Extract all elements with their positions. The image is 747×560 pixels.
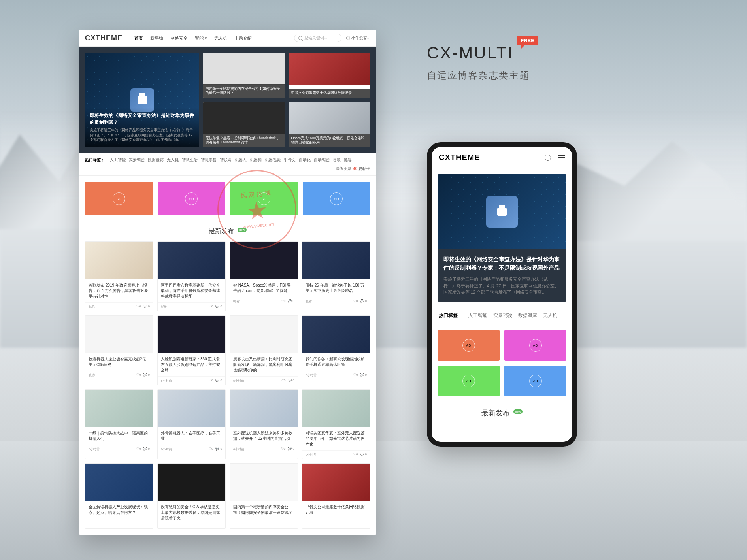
ads-row: AD AD AD AD bbox=[79, 176, 376, 221]
post-card[interactable]: 阿里巴巴发布数字基建新一代安全架构，首席采用将钱盾和安全基建将成数字经济标配 昵… bbox=[157, 241, 226, 311]
post-image bbox=[158, 464, 225, 501]
post-likes[interactable]: ♡0 bbox=[353, 453, 358, 457]
post-card[interactable]: 人脸识别赛道新玩家：360 正式发布五款人脸识别终端产品，主打安全牌 5小时前 … bbox=[157, 315, 226, 385]
tag-item[interactable]: 自动驾驶 bbox=[314, 157, 330, 163]
tag-item[interactable]: 黑客 bbox=[344, 157, 352, 163]
post-card[interactable]: 室外配送机器人没法来路和多路数据，就先开了 12小时的直播活动 6小时前 ♡0💬… bbox=[230, 389, 298, 459]
post-card[interactable]: 物流机器人企业极智嘉完成超2亿美元C轮融资 昵称 ♡0💬 0 bbox=[85, 315, 153, 385]
post-comments[interactable]: 💬 0 bbox=[215, 379, 222, 383]
posts-count: 最近更新 40 篇帖子 bbox=[336, 166, 370, 172]
post-comments[interactable]: 💬 0 bbox=[288, 379, 294, 383]
post-card[interactable]: 黑客攻击又出新招！比利时研究团队新发现：新漏洞，黑客利用风扇也能窃取你的... … bbox=[230, 315, 298, 385]
mobile-ad-4[interactable]: AD bbox=[504, 366, 566, 396]
post-card[interactable]: 对话美团夏华夏：室外无人配送落地要用五年、激光雷达芯片或将国产化 6小时前 ♡0… bbox=[302, 389, 370, 459]
post-comments[interactable]: 💬 0 bbox=[143, 305, 150, 309]
hero-side-3[interactable]: 无法修复？黑客 5 分钟即可破解 Thunderbolt，所有装有 Thunde… bbox=[203, 102, 285, 147]
post-comments[interactable]: 💬 0 bbox=[360, 299, 367, 304]
post-card[interactable]: 一线｜疫情防控大战中，隔离区的机器人们 6小时前 ♡0💬 0 bbox=[85, 389, 153, 459]
post-image bbox=[85, 390, 153, 427]
post-likes[interactable]: ♡0 bbox=[209, 305, 213, 309]
post-meta: 昵称 ♡0💬 0 bbox=[230, 297, 298, 305]
mobile-tag[interactable]: 数据泄露 bbox=[518, 312, 537, 319]
post-card[interactable]: 僵持 26 年后，微软终于以 160 万美元买下历史上最危险域名 昵称 ♡0💬 … bbox=[302, 241, 370, 311]
post-comments[interactable]: 💬 0 bbox=[288, 299, 294, 304]
post-comments[interactable]: 💬 0 bbox=[360, 373, 367, 377]
post-comments[interactable]: 💬 0 bbox=[143, 373, 150, 377]
post-title: 没有绝对的安全！CIA 承认遭遇史上最大规模数据丢窃，原因是自家后院着了火 bbox=[158, 501, 225, 524]
tag-item[interactable]: 智联网 bbox=[220, 157, 232, 163]
post-comments[interactable]: 💬 0 bbox=[143, 447, 150, 451]
post-author: 昵称 bbox=[89, 305, 95, 309]
logo[interactable]: CXTHEME bbox=[85, 34, 123, 42]
post-comments[interactable]: 💬 0 bbox=[288, 447, 294, 451]
post-card[interactable]: 被 NASA、SpaceX 禁用，FBI 警告的 Zoom，究竟哪里出了问题 昵… bbox=[230, 241, 298, 311]
tag-item[interactable]: 谷歌 bbox=[333, 157, 341, 163]
ad-box-4[interactable]: AD bbox=[303, 182, 371, 215]
ad-box-2[interactable]: AD bbox=[158, 182, 226, 215]
tag-item[interactable]: 机器视觉 bbox=[265, 157, 281, 163]
mobile-tag[interactable]: 实景驾驶 bbox=[493, 312, 512, 319]
post-likes[interactable]: ♡0 bbox=[209, 379, 213, 383]
hero-side-1[interactable]: 国内第一个吃螃蟹的内存安全公司！如何做安全的最后一道防线？ bbox=[203, 53, 285, 98]
post-likes[interactable]: ♡0 bbox=[136, 373, 141, 377]
post-card[interactable]: 我们问你答！新研究发现假指纹解锁手机通过率高达80% 5小时前 ♡0💬 0 bbox=[302, 315, 370, 385]
tag-item[interactable]: 数据泄露 bbox=[148, 157, 164, 163]
post-likes[interactable]: ♡0 bbox=[281, 299, 285, 304]
mobile-ad-3[interactable]: AD bbox=[438, 366, 500, 396]
nav-drone[interactable]: 无人机 bbox=[214, 35, 227, 41]
nav-theme[interactable]: 主题介绍 bbox=[234, 35, 252, 41]
section-title: 最新发布 new bbox=[79, 221, 376, 241]
mobile-hero[interactable]: 即将生效的《网络安全审查办法》是针对华为事件的反制利器？专家：不是限制或歧视国外… bbox=[438, 174, 566, 302]
hero-main[interactable]: 即将生效的《网络安全审查办法》是针对华为事件的反制利器？ 实施了将近三年的《网络… bbox=[85, 53, 199, 147]
hero-side-4[interactable]: Osaro完成1600万美元的B轮融资，强化仓储和物流自动化的布局 bbox=[289, 102, 370, 147]
tag-item[interactable]: 人工智能 bbox=[110, 157, 126, 163]
post-card[interactable]: 国内第一个吃螃蟹的内存安全公司！如何做安全的最后一道防线？ bbox=[230, 463, 298, 529]
post-meta: 6小时前 ♡0💬 0 bbox=[158, 445, 225, 453]
post-likes[interactable]: ♡0 bbox=[353, 299, 358, 304]
tag-item[interactable]: 机器狗 bbox=[250, 157, 262, 163]
user-icon[interactable] bbox=[545, 155, 551, 161]
post-card[interactable]: 外骨骼机器人：左手医疗，右手工业 6小时前 ♡0💬 0 bbox=[157, 389, 226, 459]
mobile-ad-1[interactable]: AD bbox=[438, 330, 500, 361]
post-card[interactable]: 谷歌发布 2019 年政府黑客攻击报告：近 4 万次警告，黑客攻击对象更有针对性… bbox=[85, 241, 153, 311]
post-image bbox=[302, 464, 370, 501]
mobile-logo[interactable]: CXTHEME bbox=[439, 153, 480, 162]
ad-box-1[interactable]: AD bbox=[85, 182, 153, 215]
post-comments[interactable]: 💬 0 bbox=[360, 453, 367, 457]
ad-box-3[interactable]: AD bbox=[230, 182, 298, 215]
tag-item[interactable]: 甲骨文 bbox=[284, 157, 296, 163]
nav-security[interactable]: 网络安全 bbox=[170, 35, 188, 41]
post-comments[interactable]: 💬 0 bbox=[215, 447, 222, 451]
menu-icon[interactable] bbox=[558, 155, 565, 160]
mobile-ad-2[interactable]: AD bbox=[504, 330, 566, 361]
tag-item[interactable]: 自动化 bbox=[299, 157, 311, 163]
nav-home[interactable]: 首页 bbox=[134, 35, 143, 41]
tag-item[interactable]: 实景驾驶 bbox=[129, 157, 145, 163]
nav-smart[interactable]: 智能 ▾ bbox=[195, 35, 207, 41]
post-card[interactable]: 甲骨文公司泄露数十亿条网络数据记录 bbox=[302, 463, 370, 529]
mobile-header: CXTHEME bbox=[432, 147, 572, 168]
post-card[interactable]: 没有绝对的安全！CIA 承认遭遇史上最大规模数据丢窃，原因是自家后院着了火 bbox=[157, 463, 226, 529]
tag-item[interactable]: 无人机 bbox=[167, 157, 179, 163]
hero-side-2[interactable]: 甲骨文公司泄露数十亿条网络数据记录 bbox=[289, 53, 370, 98]
user-link[interactable]: 小牛爱奋... bbox=[346, 35, 370, 41]
tag-item[interactable]: 智慧零售 bbox=[201, 157, 217, 163]
post-author: 昵称 bbox=[233, 299, 240, 304]
post-likes[interactable]: ♡0 bbox=[136, 305, 141, 309]
post-meta bbox=[302, 519, 370, 523]
post-likes[interactable]: ♡0 bbox=[209, 447, 213, 451]
post-title: 被 NASA、SpaceX 禁用，FBI 警告的 Zoom，究竟哪里出了问题 bbox=[230, 279, 298, 297]
post-likes[interactable]: ♡0 bbox=[136, 447, 141, 451]
mobile-tag[interactable]: 人工智能 bbox=[468, 312, 487, 319]
post-likes[interactable]: ♡0 bbox=[353, 373, 358, 377]
post-card[interactable]: 全面解读机器人产业发展现状：钱点、起点、临界点在何方？ bbox=[85, 463, 153, 529]
post-comments[interactable]: 💬 0 bbox=[215, 305, 222, 309]
search-box[interactable]: 搜索关键词... bbox=[294, 34, 341, 42]
mobile-tag[interactable]: 无人机 bbox=[543, 312, 557, 319]
nav-new[interactable]: 新事物 bbox=[150, 35, 163, 41]
post-likes[interactable]: ♡0 bbox=[281, 379, 285, 383]
tag-item[interactable]: 智慧生活 bbox=[182, 157, 198, 163]
tag-item[interactable]: 机器人 bbox=[235, 157, 247, 163]
user-icon bbox=[346, 36, 350, 40]
post-likes[interactable]: ♡0 bbox=[281, 447, 285, 451]
